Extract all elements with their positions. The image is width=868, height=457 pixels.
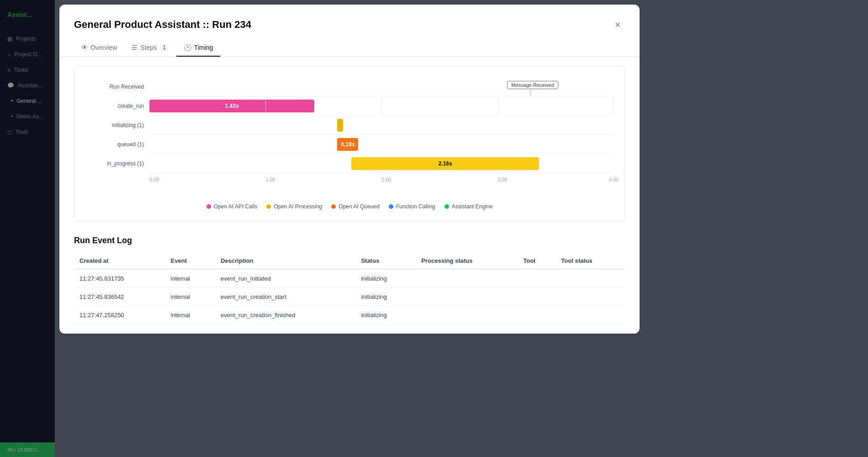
cell-event: internal [165, 269, 215, 288]
bar-initializing [337, 119, 343, 132]
modal-body: Run Received Message Received create_run [59, 57, 640, 334]
modal: General Product Assistant :: Run 234 × 👁… [59, 5, 640, 334]
table-row: 11:27:47.258250internalevent_run_creatio… [74, 306, 625, 324]
chart-label-in-progress: in_progress (1) [85, 160, 149, 167]
col-event: Event [165, 253, 215, 269]
chart-row-queued: queued (1) 0.18s [85, 135, 614, 154]
chart-label-queued: queued (1) [85, 141, 149, 148]
run-event-log: Run Event Log Created at Event Descripti… [74, 236, 625, 324]
chart-label-run-received: Run Received [85, 84, 149, 90]
legend-function-calling: Function Calling [389, 203, 435, 210]
legend-assistant-engine: Assistant Engine [445, 203, 492, 210]
legend-queued: Open AI Queued [331, 203, 379, 210]
table-header-row: Created at Event Description Status Proc… [74, 253, 625, 269]
cell-tool [518, 288, 556, 306]
timing-chart: Run Received Message Received create_run [74, 66, 625, 221]
event-table: Created at Event Description Status Proc… [74, 253, 625, 324]
run-event-log-title: Run Event Log [74, 236, 625, 245]
legend-processing: Open AI Processing [266, 203, 322, 210]
close-button[interactable]: × [610, 17, 625, 32]
x-label-4: 4.00 [609, 177, 619, 182]
cell-processing_status [416, 306, 518, 324]
cell-tool_status [556, 288, 625, 306]
cell-tool_status [556, 306, 625, 324]
cell-description: event_run_creation_start [215, 288, 355, 306]
legend-dot-api-calls [206, 204, 211, 209]
grid-line-1 [265, 96, 266, 115]
cell-created_at: 11:27:45.836542 [74, 288, 165, 306]
grid-line-4 [614, 96, 614, 115]
legend-api-calls: Open AI API Calls [206, 203, 257, 210]
cell-status: initializing [355, 288, 416, 306]
chart-row-in-progress: in_progress (1) 2.16s [85, 154, 614, 173]
chart-row-create-run: create_run 1.42s [85, 96, 614, 116]
tab-steps[interactable]: ☰ Steps 1 [124, 39, 176, 57]
cell-created_at: 11:27:45.831735 [74, 269, 165, 288]
chart-row-initializing: initializing (1) [85, 116, 614, 135]
bar-queued: 0.18s [337, 138, 358, 151]
x-axis: 0.00 1.00 2.00 3.00 4.00 [149, 173, 614, 187]
chart-track-queued: 0.18s [149, 135, 614, 154]
grid-line-3 [498, 96, 498, 115]
tab-overview[interactable]: 👁 Overview [74, 39, 124, 57]
table-row: 11:27:45.836542internalevent_run_creatio… [74, 288, 625, 306]
cell-tool_status [556, 269, 625, 288]
cell-tool [518, 306, 556, 324]
tab-bar: 👁 Overview ☰ Steps 1 🕐 Timing [59, 39, 640, 57]
clock-icon: 🕐 [184, 44, 191, 51]
chart-legend: Open AI API Calls Open AI Processing Ope… [85, 203, 614, 210]
x-label-3: 3.00 [498, 177, 507, 182]
grid-line-2 [381, 96, 382, 115]
col-status: Status [355, 253, 416, 269]
chart-row-run-received: Run Received Message Received [85, 77, 614, 96]
chart-track-run-received: Message Received [149, 77, 614, 96]
cell-processing_status [416, 288, 518, 306]
table-row: 11:27:45.831735internalevent_run_initiat… [74, 269, 625, 288]
cell-status: initializing [355, 269, 416, 288]
cell-created_at: 11:27:47.258250 [74, 306, 165, 324]
bar-in-progress: 2.16s [351, 157, 539, 170]
col-processing-status: Processing status [416, 253, 518, 269]
legend-dot-queued [331, 204, 336, 209]
tab-timing[interactable]: 🕐 Timing [176, 39, 221, 57]
cell-description: event_run_creation_finished [215, 306, 355, 324]
chart-track-initializing [149, 116, 614, 135]
cell-processing_status [416, 269, 518, 288]
modal-header: General Product Assistant :: Run 234 × [59, 5, 640, 39]
modal-title: General Product Assistant :: Run 234 [74, 19, 251, 31]
col-description: Description [215, 253, 355, 269]
x-label-1: 1.00 [265, 177, 275, 182]
message-received-label: Message Received [507, 81, 558, 89]
chart-label-initializing: initializing (1) [85, 122, 149, 128]
message-received-line [530, 90, 530, 96]
chart-track-create-run: 1.42s [149, 96, 614, 116]
bar-create-run: 1.42s [149, 100, 314, 112]
cell-event: internal [165, 288, 215, 306]
col-created-at: Created at [74, 253, 165, 269]
col-tool-status: Tool status [556, 253, 625, 269]
cell-event: internal [165, 306, 215, 324]
x-label-0: 0.00 [149, 177, 159, 182]
chart-label-create-run: create_run [85, 103, 149, 109]
legend-dot-assistant-engine [445, 204, 449, 209]
cell-status: initializing [355, 306, 416, 324]
col-tool: Tool [518, 253, 556, 269]
chart-track-in-progress: 2.16s [149, 154, 614, 173]
list-icon: ☰ [132, 44, 138, 51]
eye-icon: 👁 [81, 44, 88, 51]
legend-dot-function-calling [389, 204, 393, 209]
cell-description: event_run_initiated [215, 269, 355, 288]
x-label-2: 2.00 [381, 177, 391, 182]
steps-badge: 1 [159, 44, 169, 51]
cell-tool [518, 269, 556, 288]
legend-dot-processing [266, 204, 271, 209]
